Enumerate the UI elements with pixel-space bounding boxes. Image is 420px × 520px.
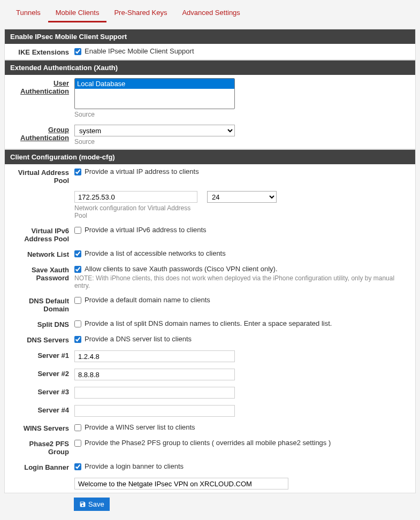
login-banner-text: Provide a login banner to clients: [85, 462, 184, 470]
server1-label: Server #1: [10, 350, 74, 360]
panel-header: Enable IPsec Mobile Client Support: [5, 29, 415, 44]
dns-servers-text: Provide a DNS server list to clients: [85, 335, 192, 343]
virtual-ipv6-pool-label: Virtual IPv6 Address Pool: [10, 226, 74, 243]
save-xauth-label: Save Xauth Password: [10, 265, 74, 282]
virtual-address-pool-mask-select[interactable]: 24: [207, 191, 277, 203]
login-banner-checkbox[interactable]: [74, 463, 81, 470]
tab-preshared-keys[interactable]: Pre-Shared Keys: [106, 4, 174, 22]
virtual-ipv6-pool-checkbox[interactable]: [74, 227, 81, 234]
dns-servers-checkbox[interactable]: [74, 336, 81, 343]
dns-servers-label: DNS Servers: [10, 335, 74, 344]
save-button[interactable]: Save: [74, 498, 110, 511]
tab-mobile-clients[interactable]: Mobile Clients: [48, 4, 107, 22]
server2-input[interactable]: [74, 369, 235, 380]
ike-extensions-checkbox[interactable]: [74, 48, 81, 55]
network-list-checkbox[interactable]: [74, 250, 81, 257]
save-xauth-help: NOTE: With iPhone clients, this does not…: [74, 274, 410, 289]
wins-servers-checkbox[interactable]: [74, 424, 81, 431]
panel-header: Client Configuration (mode-cfg): [5, 150, 415, 164]
pfs-group-checkbox[interactable]: [74, 440, 81, 447]
wins-servers-text: Provide a WINS server list to clients: [85, 423, 195, 431]
group-auth-help: Source: [74, 138, 410, 146]
save-xauth-text: Allow clients to save Xauth passwords (C…: [85, 265, 278, 273]
user-auth-label: User Authentication: [10, 78, 74, 95]
save-xauth-checkbox[interactable]: [74, 266, 81, 273]
network-list-text: Provide a list of accessible networks to…: [85, 249, 226, 257]
login-banner-label: Login Banner: [10, 462, 74, 471]
server4-input[interactable]: [74, 405, 235, 417]
server3-label: Server #3: [10, 387, 74, 396]
panel-client-config: Client Configuration (mode-cfg) Virtual …: [4, 149, 416, 493]
split-dns-text: Provide a list of split DNS domain names…: [85, 319, 332, 327]
server2-label: Server #2: [10, 369, 74, 378]
server3-input[interactable]: [74, 387, 235, 399]
virtual-address-pool-checkbox[interactable]: [74, 169, 81, 175]
save-button-label: Save: [88, 500, 104, 508]
pfs-group-text: Provide the Phase2 PFS group to clients …: [85, 439, 331, 447]
save-icon: [79, 501, 86, 508]
virtual-ipv6-pool-text: Provide a virtual IPv6 address to client…: [85, 226, 207, 234]
pfs-group-label: Phase2 PFS Group: [10, 439, 74, 456]
virtual-address-pool-label: Virtual Address Pool: [10, 167, 74, 185]
group-auth-label: Group Authentication: [10, 125, 74, 142]
dns-default-domain-checkbox[interactable]: [74, 297, 81, 304]
user-auth-select[interactable]: Local Database: [74, 78, 235, 109]
dns-default-domain-label: DNS Default Domain: [10, 296, 74, 313]
group-auth-select[interactable]: system: [74, 125, 235, 136]
virtual-address-pool-network-input[interactable]: [74, 191, 197, 203]
panel-header: Extended Authentication (Xauth): [5, 60, 415, 75]
panel-extended-auth: Extended Authentication (Xauth) User Aut…: [4, 60, 416, 149]
panel-enable-ipsec: Enable IPsec Mobile Client Support IKE E…: [4, 29, 416, 60]
tab-advanced-settings[interactable]: Advanced Settings: [174, 4, 247, 22]
tab-tunnels[interactable]: Tunnels: [9, 4, 48, 22]
network-list-label: Network List: [10, 249, 74, 258]
virtual-address-pool-help: Network configuration for Virtual Addres…: [74, 204, 197, 219]
wins-servers-label: WINS Servers: [10, 423, 74, 432]
ike-extensions-label: IKE Extensions: [10, 47, 74, 56]
nav-tabs: Tunnels Mobile Clients Pre-Shared Keys A…: [4, 4, 416, 22]
server4-label: Server #4: [10, 405, 74, 414]
login-banner-input[interactable]: [74, 478, 288, 490]
dns-default-domain-text: Provide a default domain name to clients: [85, 296, 210, 304]
split-dns-label: Split DNS: [10, 319, 74, 328]
server1-input[interactable]: [74, 350, 235, 362]
ike-extensions-text: Enable IPsec Mobile Client Support: [85, 47, 194, 55]
user-auth-help: Source: [74, 111, 410, 118]
virtual-address-pool-text: Provide a virtual IP address to clients: [85, 167, 199, 175]
split-dns-checkbox[interactable]: [74, 320, 81, 327]
